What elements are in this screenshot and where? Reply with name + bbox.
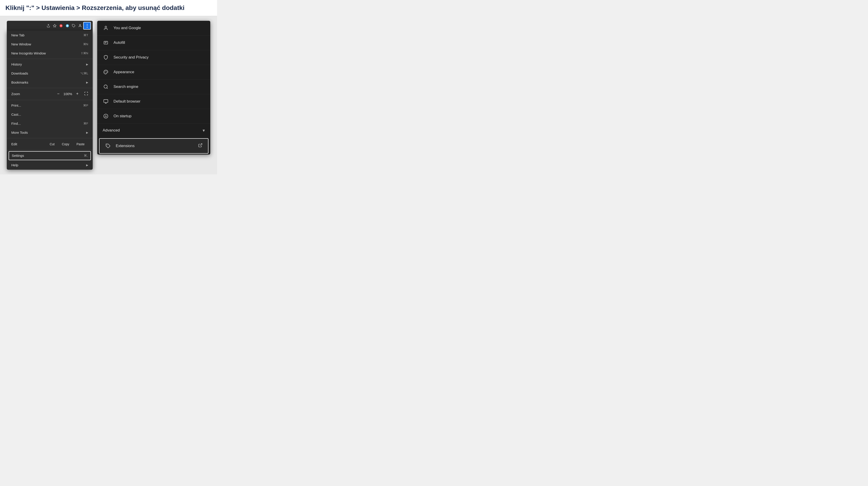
settings-item-security[interactable]: Security and Privacy <box>97 50 210 65</box>
header-banner: Kliknij ":" > Ustawienia > Rozszerzenia,… <box>0 0 217 16</box>
you-and-google-label: You and Google <box>114 26 141 30</box>
settings-item-appearance[interactable]: Appearance <box>97 65 210 79</box>
menu-item-more-tools[interactable]: More Tools ▶ <box>7 128 93 137</box>
security-settings-icon <box>103 54 109 61</box>
menu-divider-4 <box>7 138 93 138</box>
settings-item-extensions[interactable]: Extensions <box>99 138 209 154</box>
menu-item-new-tab[interactable]: New Tab ⌘T <box>7 31 93 40</box>
search-engine-label: Search engine <box>114 85 138 89</box>
security-label: Security and Privacy <box>114 55 149 60</box>
three-dots-button[interactable]: ⋮ <box>83 22 91 30</box>
default-browser-label: Default browser <box>114 99 141 104</box>
menu-item-history[interactable]: History ▶ <box>7 60 93 69</box>
extensions-settings-icon <box>105 143 111 149</box>
svg-marker-0 <box>53 24 56 27</box>
autofill-label: Autofill <box>114 40 125 45</box>
menu-item-help[interactable]: Help ▶ <box>7 161 93 170</box>
content-area: ⋮ New Tab ⌘T New Window ⌘N New Incognito… <box>0 16 217 174</box>
svg-line-14 <box>107 88 107 89</box>
extensions-external-link-icon[interactable] <box>198 143 203 149</box>
menu-divider-1 <box>7 59 93 59</box>
edit-cut-button[interactable]: Cut <box>46 141 58 147</box>
advanced-chevron-icon: ▾ <box>203 128 205 133</box>
menu-item-settings[interactable]: Settings ⌘, <box>8 151 91 160</box>
svg-point-5 <box>105 26 106 28</box>
appearance-settings-icon <box>103 69 109 75</box>
three-dots-icon: ⋮ <box>85 23 90 29</box>
autofill-settings-icon <box>103 39 109 46</box>
right-panel: You and Google Autofill <box>97 21 210 155</box>
puzzle-toolbar-icon[interactable] <box>70 23 77 29</box>
edit-actions: Cut Copy Paste <box>46 141 88 147</box>
person-toolbar-icon[interactable] <box>77 23 83 29</box>
extension-red-icon[interactable] <box>58 23 64 29</box>
chrome-dropdown-menu: New Tab ⌘T New Window ⌘N New Incognito W… <box>7 31 93 170</box>
menu-item-find[interactable]: Find... ⌘F <box>7 119 93 128</box>
header-title: Kliknij ":" > Ustawienia > Rozszerzenia,… <box>5 4 212 12</box>
toolbar-strip: ⋮ <box>7 21 93 31</box>
star-icon[interactable] <box>52 23 58 29</box>
menu-item-bookmarks[interactable]: Bookmarks ▶ <box>7 78 93 87</box>
menu-divider-5 <box>7 150 93 150</box>
svg-point-13 <box>104 85 107 88</box>
settings-item-autofill[interactable]: Autofill <box>97 35 210 50</box>
person-settings-icon <box>103 25 109 31</box>
settings-item-default-browser[interactable]: Default browser <box>97 94 210 109</box>
zoom-controls: − 100% + <box>55 91 88 97</box>
advanced-label: Advanced <box>103 128 120 133</box>
zoom-minus-button[interactable]: − <box>55 91 62 97</box>
zoom-row: Zoom − 100% + <box>7 89 93 99</box>
zoom-value: 100% <box>63 92 72 96</box>
menu-item-downloads[interactable]: Downloads ⌥⌘L <box>7 69 93 78</box>
default-browser-settings-icon <box>103 98 109 105</box>
zoom-fullscreen-button[interactable] <box>84 92 88 96</box>
search-settings-icon <box>103 84 109 90</box>
zoom-plus-button[interactable]: + <box>74 91 81 97</box>
menu-item-incognito[interactable]: New Incognito Window ⇧⌘N <box>7 49 93 58</box>
on-startup-label: On startup <box>114 114 131 119</box>
edit-paste-button[interactable]: Paste <box>73 141 88 147</box>
left-panel: ⋮ New Tab ⌘T New Window ⌘N New Incognito… <box>7 21 93 170</box>
menu-item-print[interactable]: Print... ⌘P <box>7 101 93 110</box>
share-icon[interactable] <box>45 23 52 29</box>
settings-sidebar: You and Google Autofill <box>97 21 210 155</box>
edit-row: Edit Cut Copy Paste <box>7 139 93 149</box>
appearance-label: Appearance <box>114 70 134 74</box>
edit-copy-button[interactable]: Copy <box>58 141 73 147</box>
settings-item-on-startup[interactable]: On startup <box>97 109 210 124</box>
extensions-label: Extensions <box>116 144 134 148</box>
settings-item-you-and-google[interactable]: You and Google <box>97 21 210 35</box>
svg-rect-15 <box>104 99 108 102</box>
menu-item-new-window[interactable]: New Window ⌘N <box>7 40 93 49</box>
settings-item-search[interactable]: Search engine <box>97 79 210 94</box>
media-icon[interactable] <box>64 23 70 29</box>
menu-item-cast[interactable]: Cast... <box>7 110 93 119</box>
settings-item-advanced[interactable]: Advanced ▾ <box>97 124 210 137</box>
startup-settings-icon <box>103 113 109 119</box>
svg-line-20 <box>200 144 202 146</box>
svg-point-4 <box>80 24 81 26</box>
menu-divider-2 <box>7 88 93 88</box>
